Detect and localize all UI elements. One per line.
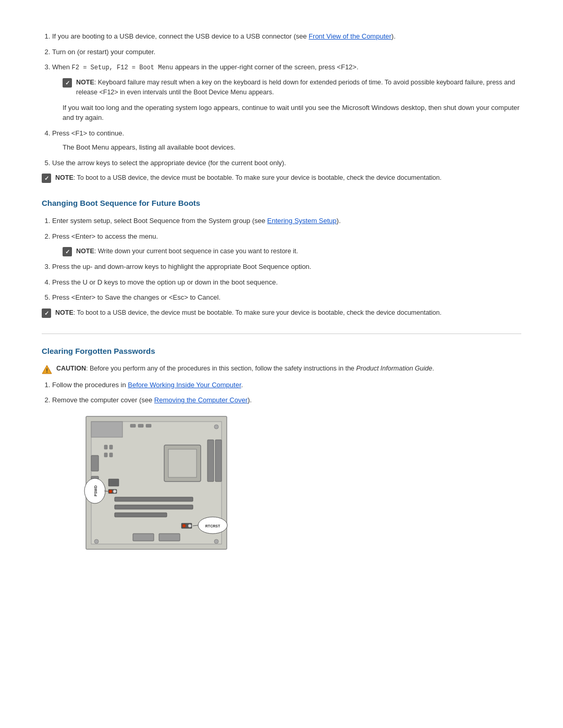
step4-subtext: The Boot Menu appears, listing all avail…: [63, 142, 521, 153]
note-label-4: NOTE: [55, 309, 74, 316]
cs1-text-after: .: [241, 381, 243, 389]
svg-rect-45: [91, 422, 123, 437]
svg-point-14: [94, 539, 99, 544]
note-text-3: NOTE: Write down your current boot seque…: [76, 246, 298, 256]
svg-text:✓: ✓: [44, 310, 49, 316]
future-boot-step-4: Press the U or D keys to move the option…: [52, 277, 521, 288]
note-box-2: ✓ NOTE: To boot to a USB device, the dev…: [42, 173, 521, 183]
step3-code: F2 = Setup, F12 = Boot Menu: [72, 64, 173, 71]
note-content-1: Keyboard failure may result when a key o…: [76, 79, 515, 96]
clearing-passwords-heading: Clearing Forgotten Passwords: [42, 347, 521, 355]
svg-rect-24: [109, 445, 113, 449]
boot-step-1: If you are booting to a USB device, conn…: [52, 31, 521, 42]
step1-text: If you are booting to a USB device, conn…: [52, 32, 309, 40]
note-content-3: Write down your current boot sequence in…: [98, 248, 298, 255]
fbs4-text: Press the U or D keys to move the option…: [52, 278, 278, 286]
svg-text:✓: ✓: [65, 80, 70, 86]
future-boot-steps-list: Enter system setup, select Boot Sequence…: [42, 216, 521, 303]
boot-sequence-current-section: If you are booting to a USB device, conn…: [42, 31, 521, 183]
boot-step-5: Use the arrow keys to select the appropr…: [52, 158, 521, 168]
entering-system-setup-link[interactable]: Entering System Setup: [267, 217, 337, 225]
clearing-step-2: Remove the computer cover (see Removing …: [52, 395, 521, 405]
svg-rect-27: [133, 534, 154, 541]
note-paragraph-1b: If you wait too long and the operating s…: [63, 103, 521, 123]
svg-rect-23: [104, 445, 107, 449]
motherboard-diagram-container: PSWD RTCRST: [83, 414, 521, 553]
note-box-4: ✓ NOTE: To boot to a USB device, the dev…: [42, 308, 521, 318]
svg-point-13: [214, 425, 218, 429]
fbs1-text-after: ).: [337, 217, 341, 225]
changing-boot-sequence-section: Changing Boot Sequence for Future Boots …: [42, 199, 521, 318]
boot-step-3: When F2 = Setup, F12 = Boot Menu appears…: [52, 62, 521, 123]
svg-rect-17: [168, 449, 197, 477]
svg-point-37: [182, 524, 186, 527]
caution-icon: !: [42, 364, 52, 375]
note-icon-1: ✓: [63, 78, 72, 88]
svg-rect-22: [115, 513, 167, 517]
cs1-text-before: Follow the procedures in: [52, 381, 128, 389]
future-boot-step-3: Press the up- and down-arrow keys to hig…: [52, 262, 521, 272]
clearing-step-1: Follow the procedures in Before Working …: [52, 380, 521, 390]
caution-label: CAUTION: [56, 365, 86, 372]
step3-text-after: appears in the upper-right corner of the…: [173, 63, 359, 71]
svg-rect-29: [91, 455, 99, 471]
note-icon-4: ✓: [42, 309, 51, 318]
note-content-4: To boot to a USB device, the device must…: [77, 309, 442, 316]
svg-point-38: [188, 524, 191, 527]
step1-text-after: ).: [391, 32, 396, 40]
svg-rect-25: [104, 453, 107, 457]
note-box-3: ✓ NOTE: Write down your current boot seq…: [63, 246, 521, 256]
future-boot-step-5: Press <Enter> to Save the changes or <Es…: [52, 292, 521, 303]
caution-box: ! CAUTION: Before you perform any of the…: [42, 364, 521, 375]
caution-after: .: [432, 365, 434, 372]
svg-point-35: [113, 490, 116, 493]
before-working-link[interactable]: Before Working Inside Your Computer: [128, 381, 241, 389]
svg-rect-18: [207, 440, 214, 482]
step2-text: Turn on (or restart) your computer.: [52, 48, 155, 56]
note-content-1b: If you wait too long and the operating s…: [63, 104, 520, 122]
note-label-2: NOTE: [55, 174, 74, 181]
svg-rect-20: [115, 497, 193, 501]
future-boot-step-1: Enter system setup, select Boot Sequence…: [52, 216, 521, 226]
svg-rect-21: [115, 505, 193, 509]
front-view-link[interactable]: Front View of the Computer: [309, 32, 391, 40]
svg-point-34: [109, 490, 112, 493]
note-text-2: NOTE: To boot to a USB device, the devic…: [55, 173, 442, 183]
svg-rect-48: [146, 424, 151, 427]
note-text-1: NOTE: Keyboard failure may result when a…: [76, 78, 521, 97]
future-boot-step-2: Press <Enter> to access the menu. ✓ NOTE…: [52, 231, 521, 257]
changing-boot-heading: Changing Boot Sequence for Future Boots: [42, 199, 521, 207]
fbs2-text: Press <Enter> to access the menu.: [52, 232, 158, 240]
step3-text-before: When: [52, 63, 72, 71]
note-label-1: NOTE: [76, 79, 94, 86]
removing-cover-link[interactable]: Removing the Computer Cover: [154, 396, 248, 404]
svg-rect-26: [109, 453, 113, 457]
clearing-passwords-section: Clearing Forgotten Passwords ! CAUTION: …: [42, 347, 521, 553]
svg-text:✓: ✓: [65, 249, 70, 255]
motherboard-diagram: PSWD RTCRST: [83, 414, 229, 552]
note-label-3: NOTE: [76, 248, 94, 255]
svg-text:✓: ✓: [44, 175, 49, 181]
cs2-text-before: Remove the computer cover (see: [52, 396, 154, 404]
note-text-4: NOTE: To boot to a USB device, the devic…: [55, 308, 442, 318]
svg-text:!: !: [46, 367, 48, 373]
note-icon-2: ✓: [42, 174, 51, 183]
svg-rect-47: [138, 424, 143, 427]
svg-rect-46: [130, 424, 136, 427]
svg-rect-28: [159, 534, 180, 541]
fbs5-text: Press <Enter> to Save the changes or <Es…: [52, 293, 221, 301]
svg-text:PSWD: PSWD: [94, 485, 97, 496]
boot-step-4: Press <F1> to continue. The Boot Menu ap…: [52, 128, 521, 153]
svg-point-15: [214, 539, 218, 544]
note-content-2: To boot to a USB device, the device must…: [77, 174, 442, 181]
boot-steps-list: If you are booting to a USB device, conn…: [42, 31, 521, 168]
note-box-1: ✓ NOTE: Keyboard failure may result when…: [63, 78, 521, 97]
clearing-steps-list: Follow the procedures in Before Working …: [42, 380, 521, 405]
note-icon-3: ✓: [63, 247, 72, 256]
step4-text: Press <F1> to continue.: [52, 129, 124, 137]
section-divider: [42, 334, 521, 334]
svg-text:RTCRST: RTCRST: [205, 524, 221, 528]
caution-italic: Product Information Guide: [356, 365, 432, 372]
fbs1-text-before: Enter system setup, select Boot Sequence…: [52, 217, 267, 225]
svg-rect-19: [215, 440, 222, 482]
